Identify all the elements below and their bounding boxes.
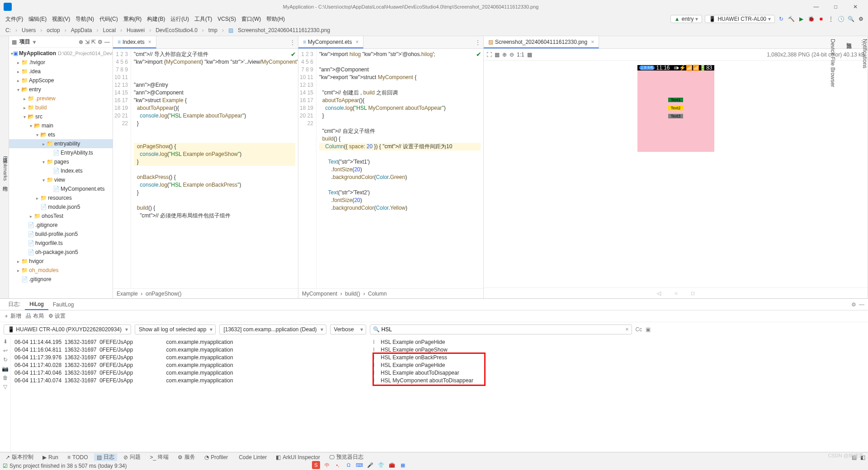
stop-icon[interactable]: ■ [817, 15, 825, 23]
tree-node[interactable]: ▸📁.idea [9, 67, 113, 76]
tab-mycomponent-ets[interactable]: ≡MyComponent.ets× [298, 36, 363, 48]
statusbar-item[interactable]: ◧ArkUI Inspector [273, 454, 323, 461]
scroll-end-icon[interactable]: ⬇ [3, 338, 8, 345]
tree-node[interactable]: 📄oh-package.json5 [9, 248, 113, 257]
tree-node[interactable]: ▾📂src [9, 112, 113, 121]
right-tab[interactable]: Notifications [862, 39, 868, 87]
wrap-icon[interactable]: ↩ [3, 348, 8, 354]
maximize-button[interactable]: □ [827, 4, 845, 10]
cn-icon[interactable]: 中 [323, 461, 331, 469]
run-icon[interactable]: ▶ [797, 15, 805, 23]
run-config-selector[interactable]: ▲entry▾ [670, 15, 703, 23]
tree-node[interactable]: 📄.gitignore [9, 275, 113, 284]
more-icon[interactable]: ⋮ [827, 15, 835, 23]
breadcrumb-item[interactable]: Users [20, 27, 38, 33]
trash-icon[interactable]: 🗑 [3, 375, 8, 381]
tree-node[interactable]: ▸📁entryability [9, 139, 113, 148]
restart-icon[interactable]: ↻ [3, 357, 8, 363]
checker-icon[interactable]: ▩ [527, 52, 532, 58]
tree-node[interactable]: ▸📁oh_modules [9, 266, 113, 275]
statusbar-item[interactable]: ≡TODO [65, 454, 90, 461]
log-output[interactable]: 06-04 11:14:44.195 13632-31697 0FEFE/JsA… [11, 337, 868, 452]
statusbar-item[interactable]: ⊘问题 [121, 453, 143, 461]
grid-icon[interactable]: ▦ [495, 52, 500, 58]
menu-item[interactable]: 构建(B) [145, 14, 167, 24]
tree-node[interactable]: 📄module.json5 [9, 202, 113, 212]
close-icon[interactable]: × [148, 39, 151, 45]
menu-item[interactable]: 视图(V) [50, 14, 72, 24]
breadcrumb-item[interactable]: C: [4, 27, 13, 33]
hide-icon[interactable]: — [859, 301, 864, 308]
tree-node[interactable]: ▸📁.preview [9, 94, 113, 103]
statusbar-item[interactable]: ⚙服务 [175, 453, 198, 461]
right-tab[interactable]: 预览器 [845, 39, 853, 87]
log-tool[interactable]: 品 布局 [26, 312, 43, 320]
right-tab[interactable]: Device File Browser [830, 39, 836, 87]
menu-item[interactable]: 工具(T) [193, 14, 214, 24]
menu-item[interactable]: 编辑(E) [27, 14, 48, 24]
omega-icon[interactable]: Ω [344, 461, 353, 469]
menu-item[interactable]: 导航(N) [74, 14, 96, 24]
gear-icon[interactable]: ⚙ [851, 301, 856, 308]
clock-icon[interactable]: 🕓 [837, 15, 844, 23]
device-filter[interactable]: 📱 HUAWEI CTR-AL00 (PXUYD22628020934) [4, 324, 131, 334]
close-button[interactable]: ✕ [846, 4, 864, 10]
left-tool-strip[interactable]: 项目 Bookmarks 结构 [0, 36, 9, 298]
tree-node[interactable]: ▸📁AppScope [9, 76, 113, 85]
menu-item[interactable]: VCS(S) [216, 15, 238, 23]
tree-node[interactable]: ▾📁pages [9, 157, 113, 166]
tree-node[interactable]: ▾📁view [9, 175, 113, 184]
tree-node[interactable]: 📄MyComponent.ets [9, 184, 113, 193]
tab-screenshot[interactable]: ▨Screenshot_20240604111612330.png× [484, 36, 599, 48]
statusbar-item[interactable]: ▶Run [40, 454, 61, 461]
close-icon[interactable]: × [355, 39, 359, 45]
zoom-out-icon[interactable]: ⊖ [509, 52, 514, 58]
debug-icon[interactable]: 🐞 [807, 15, 815, 23]
gear-icon[interactable]: ⚙ [98, 39, 103, 45]
tab-index-ets[interactable]: ≡Index.ets× [113, 36, 156, 48]
editor-menu-icon[interactable]: ⋮ [472, 39, 483, 46]
statusbar-item[interactable]: ▤日志 [94, 453, 117, 461]
statusbar-item[interactable]: ↗版本控制 [3, 453, 36, 461]
breadcrumb-item[interactable]: AppData [69, 27, 94, 33]
locate-icon[interactable]: ⊕ [79, 39, 83, 45]
punct-icon[interactable]: •, [334, 461, 342, 469]
tree-node[interactable]: ▾📂ets [9, 130, 113, 139]
breadcrumb-item[interactable]: DevEcoStudio4.0 [154, 27, 199, 33]
statusbar-item[interactable]: >_终端 [147, 453, 171, 461]
breadcrumb-item[interactable]: octop [45, 27, 61, 33]
zoom-in-icon[interactable]: ⊕ [502, 52, 507, 58]
minimize-button[interactable]: — [807, 4, 825, 10]
regex-icon[interactable]: ▣ [646, 326, 651, 333]
cc-button[interactable]: Cc [636, 326, 642, 333]
hide-icon[interactable]: — [104, 39, 110, 45]
tree-node[interactable]: ▾📂main [9, 121, 113, 130]
tree-node[interactable]: ▸📁resources [9, 193, 113, 202]
breadcrumb-item[interactable]: tmp [207, 27, 219, 33]
log-search[interactable]: 🔍× [370, 324, 632, 334]
project-tree[interactable]: ▾▣MyApplicationD:\002_Project\014_DevEco… [9, 48, 113, 298]
device-selector[interactable]: 📱HUAWEI CTR-AL00▾ [705, 15, 775, 23]
tree-node[interactable]: ▸📁.hvigor [9, 58, 113, 67]
sync-icon[interactable]: ↻ [778, 15, 785, 23]
grid-icon[interactable]: ▦ [399, 461, 407, 469]
tree-node[interactable]: 📄EntryAbility.ts [9, 148, 113, 157]
log-tab[interactable]: 日志: [4, 299, 25, 310]
tree-node[interactable]: 📄Index.ets [9, 166, 113, 175]
tree-node[interactable]: 📄build-profile.json5 [9, 230, 113, 239]
close-icon[interactable]: × [591, 39, 594, 45]
expand-icon[interactable]: ⇱ [91, 39, 96, 45]
menu-item[interactable]: 帮助(H) [264, 14, 287, 24]
tree-node[interactable]: ▸📁build [9, 103, 113, 112]
nav-back-icon[interactable]: ◁ [657, 290, 661, 296]
log-tab[interactable]: FaultLog [48, 300, 79, 310]
breadcrumb-item[interactable]: Local [101, 27, 118, 33]
menu-item[interactable]: 文件(F) [4, 14, 25, 24]
process-filter[interactable]: [13632] com.examp...pplication (Dead) [219, 324, 326, 334]
breadcrumb-item[interactable]: Screenshot_20240604111612330.png [236, 27, 332, 33]
menu-item[interactable]: 代码(C) [98, 14, 120, 24]
menu-item[interactable]: 运行(U) [169, 14, 191, 24]
app-filter[interactable]: Show all log of selected app [135, 324, 216, 334]
nav-recent-icon[interactable]: □ [691, 290, 694, 296]
hammer-icon[interactable]: 🔨 [788, 15, 795, 23]
